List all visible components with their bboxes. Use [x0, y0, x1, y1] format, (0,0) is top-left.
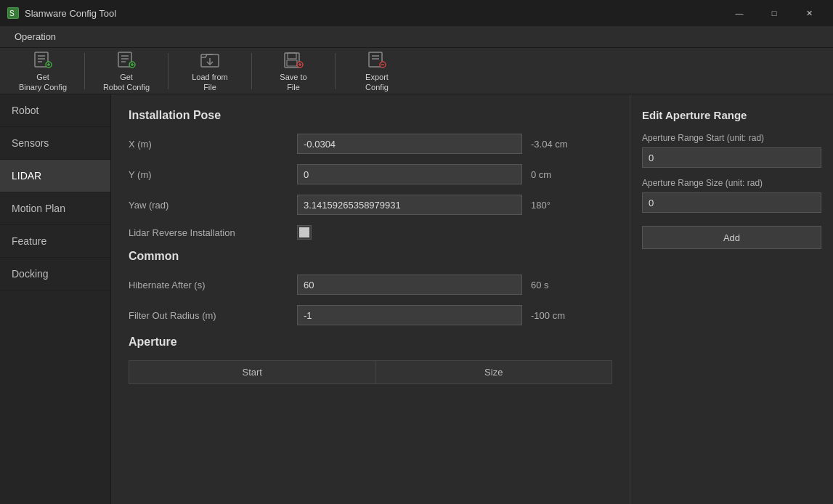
right-panel: Edit Aperture Range Aperture Range Start…: [630, 94, 833, 504]
filter-radius-row: Filter Out Radius (m) -100 cm: [129, 305, 612, 325]
save-to-file-icon: [283, 49, 304, 70]
x-label: X (m): [129, 139, 288, 150]
save-to-file-label: Save toFile: [280, 73, 306, 92]
menu-bar: Operation: [0, 26, 833, 48]
add-button[interactable]: Add: [642, 226, 821, 249]
lidar-reverse-label: Lidar Reverse Installation: [129, 227, 288, 238]
load-from-file-icon: [200, 49, 220, 70]
right-panel-title: Edit Aperture Range: [642, 109, 821, 121]
get-robot-config-button[interactable]: GetRobot Config: [86, 49, 166, 93]
toolbar-sep-3: [251, 53, 252, 89]
common-title: Common: [129, 250, 612, 263]
x-input[interactable]: [297, 134, 522, 154]
maximize-button[interactable]: □: [757, 2, 791, 24]
hibernate-unit: 60 s: [531, 280, 574, 290]
filter-radius-unit: -100 cm: [531, 310, 574, 321]
y-unit: 0 cm: [531, 169, 574, 180]
app-icon: S: [7, 7, 19, 19]
save-to-file-button[interactable]: Save toFile: [253, 49, 333, 93]
get-binary-config-icon: [33, 49, 53, 70]
x-unit: -3.04 cm: [531, 139, 574, 150]
aperture-title: Aperture: [129, 336, 612, 349]
sidebar-item-lidar[interactable]: LIDAR: [0, 160, 110, 192]
yaw-row: Yaw (rad) 180°: [129, 195, 612, 215]
svg-rect-19: [288, 53, 296, 59]
svg-text:S: S: [9, 9, 15, 17]
minimize-button[interactable]: —: [723, 2, 756, 24]
sidebar: Robot Sensors LIDAR Motion Plan Feature …: [0, 94, 111, 504]
aperture-start-input[interactable]: [642, 147, 821, 168]
aperture-section: Aperture Start Size: [129, 336, 612, 384]
get-binary-config-button[interactable]: GetBinary Config: [3, 49, 83, 93]
lidar-reverse-row: Lidar Reverse Installation: [129, 225, 612, 240]
close-button[interactable]: ✕: [792, 2, 826, 24]
get-binary-config-label: GetBinary Config: [19, 73, 67, 92]
y-label: Y (m): [129, 169, 288, 180]
aperture-size-input[interactable]: [642, 192, 821, 213]
installation-pose-title: Installation Pose: [129, 109, 612, 122]
load-from-file-label: Load fromFile: [192, 73, 228, 92]
title-bar: S Slamware Config Tool — □ ✕: [0, 0, 833, 26]
yaw-label: Yaw (rad): [129, 200, 288, 211]
hibernate-input[interactable]: [297, 275, 522, 295]
aperture-table: Start Size: [129, 360, 612, 384]
toolbar: GetBinary Config GetRobot Config: [0, 48, 833, 94]
sidebar-item-sensors[interactable]: Sensors: [0, 127, 110, 160]
aperture-col-start: Start: [129, 361, 376, 384]
sidebar-item-feature[interactable]: Feature: [0, 225, 110, 258]
lidar-reverse-checkbox[interactable]: [297, 225, 312, 240]
toolbar-sep-2: [168, 53, 168, 89]
export-config-button[interactable]: ExportConfig: [337, 49, 417, 93]
sidebar-item-motion-plan[interactable]: Motion Plan: [0, 192, 110, 225]
aperture-size-label: Aperture Range Size (unit: rad): [642, 178, 821, 188]
svg-rect-20: [287, 60, 297, 66]
get-robot-config-label: GetRobot Config: [103, 73, 150, 92]
sidebar-item-robot[interactable]: Robot: [0, 94, 110, 127]
installation-pose-section: Installation Pose X (m) -3.04 cm Y (m) 0…: [129, 109, 612, 240]
menu-operation[interactable]: Operation: [6, 28, 65, 45]
aperture-start-label: Aperture Range Start (unit: rad): [642, 133, 821, 143]
hibernate-label: Hibernate After (s): [129, 280, 288, 290]
content-area: Installation Pose X (m) -3.04 cm Y (m) 0…: [111, 94, 630, 504]
yaw-input[interactable]: [297, 195, 522, 215]
y-row: Y (m) 0 cm: [129, 164, 612, 184]
filter-radius-input[interactable]: [297, 305, 522, 325]
hibernate-row: Hibernate After (s) 60 s: [129, 275, 612, 295]
export-config-label: ExportConfig: [365, 73, 389, 92]
app-title: Slamware Config Tool: [25, 8, 116, 19]
toolbar-sep-1: [84, 53, 85, 89]
sidebar-item-docking[interactable]: Docking: [0, 258, 110, 290]
main-layout: Robot Sensors LIDAR Motion Plan Feature …: [0, 94, 833, 504]
common-section: Common Hibernate After (s) 60 s Filter O…: [129, 250, 612, 325]
aperture-col-size: Size: [375, 361, 611, 384]
x-row: X (m) -3.04 cm: [129, 134, 612, 154]
y-input[interactable]: [297, 164, 522, 184]
filter-radius-label: Filter Out Radius (m): [129, 310, 288, 321]
load-from-file-button[interactable]: Load fromFile: [170, 49, 250, 93]
toolbar-sep-4: [335, 53, 336, 89]
get-robot-config-icon: [116, 49, 137, 70]
yaw-unit: 180°: [531, 200, 574, 211]
export-config-icon: [367, 49, 387, 70]
